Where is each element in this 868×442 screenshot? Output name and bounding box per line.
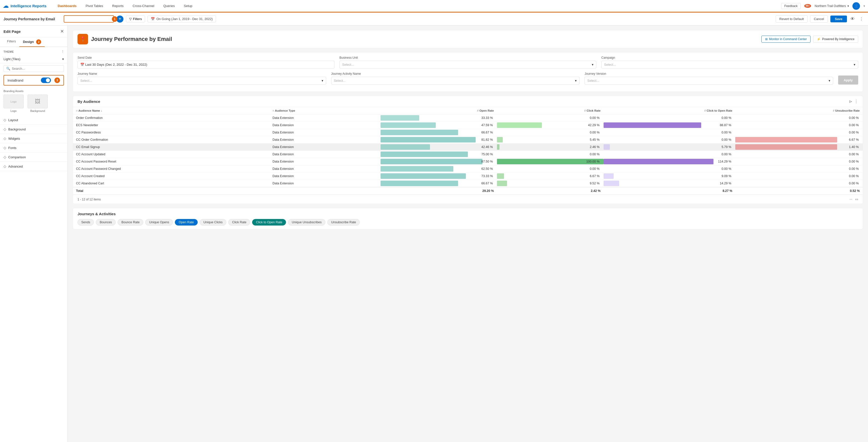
metric-pill[interactable]: Bounce Rate bbox=[118, 219, 143, 225]
cell-open-rate: 81.82 % bbox=[380, 136, 497, 144]
org-chevron: ▾ bbox=[847, 4, 849, 8]
sidebar-header: Edit Page ✕ bbox=[0, 26, 67, 37]
instabrand-toggle[interactable] bbox=[41, 77, 51, 83]
brand-logo-area: ☁ Intelligence Reports bbox=[3, 3, 53, 9]
journey-name-value: Select... bbox=[80, 79, 92, 83]
sidebar-item-advanced[interactable]: ◇ Advanced bbox=[0, 162, 67, 171]
metric-pill[interactable]: Unique Opens bbox=[145, 219, 173, 225]
notification-badge[interactable]: 99+ bbox=[804, 4, 811, 8]
business-unit-group: Business Unit Select... ▾ bbox=[339, 56, 596, 68]
settings-chevron[interactable]: ▾ bbox=[864, 4, 865, 8]
cell-unsub-rate: 6.67 % bbox=[735, 136, 863, 144]
col-audience-type: ≡ Audience Type bbox=[270, 107, 380, 115]
report-title-row: 📍 Journey Performance by Email bbox=[78, 34, 172, 44]
tab-filters[interactable]: Filters bbox=[3, 37, 19, 47]
cancel-button[interactable]: Cancel bbox=[810, 15, 828, 23]
sidebar-item-widgets[interactable]: ◇ Widgets bbox=[0, 134, 67, 143]
cell-click-rate: 6.67 % bbox=[497, 172, 603, 180]
cell-audience-type: Data Extension bbox=[270, 136, 380, 144]
feedback-button[interactable]: Feedback bbox=[781, 3, 801, 9]
step-1-indicator: 1 bbox=[112, 16, 117, 22]
sidebar-close-button[interactable]: ✕ bbox=[60, 29, 64, 34]
search-input[interactable] bbox=[12, 67, 61, 70]
list-icon: ≡ bbox=[76, 109, 78, 112]
brand-name: Intelligence Reports bbox=[10, 4, 46, 8]
nav-tab-setup[interactable]: Setup bbox=[179, 0, 197, 12]
theme-more-icon[interactable]: ⋮ bbox=[61, 50, 64, 53]
salesforce-icon: ☁ bbox=[3, 3, 8, 9]
sidebar-item-layout[interactable]: ◇ Layout bbox=[0, 116, 67, 125]
user-avatar[interactable]: 👤 bbox=[852, 2, 860, 10]
metric-pill[interactable]: Unsubscribe Rate bbox=[328, 219, 360, 225]
page-name-input[interactable] bbox=[64, 15, 114, 23]
report-main-title: Journey Performance by Email bbox=[91, 36, 172, 42]
revert-button[interactable]: Revert to Default bbox=[776, 15, 808, 23]
metric-pill[interactable]: Open Rate bbox=[175, 219, 197, 225]
send-date-input[interactable]: 📅 Last 30 Days (Dec 2, 2022 - Dec 31, 20… bbox=[78, 61, 334, 68]
background-placeholder[interactable]: 🖼 bbox=[28, 95, 48, 108]
cell-unsub-rate: 0.00 % bbox=[735, 172, 863, 180]
nav-tab-crosschannel[interactable]: Cross-Channel bbox=[128, 0, 159, 12]
nav-tab-pivot[interactable]: Pivot Tables bbox=[81, 0, 107, 12]
metric-pill[interactable]: Click to Open Rate bbox=[252, 219, 286, 225]
date-range-button[interactable]: 📅 On Going (Jan 1, 2019 - Dec 31, 2022) bbox=[148, 15, 216, 22]
sidebar-item-background[interactable]: ◇ Background bbox=[0, 125, 67, 134]
layout-icon: ◇ bbox=[3, 118, 6, 122]
audience-section-header: By Audience ⊳ ⋮ bbox=[73, 96, 863, 107]
preview-button[interactable]: 👁 bbox=[849, 15, 856, 23]
sidebar-item-comparison[interactable]: ◇ Comparison bbox=[0, 153, 67, 162]
logo-placeholder[interactable]: Logo bbox=[3, 95, 24, 108]
sidebar-item-fonts[interactable]: ◇ Fonts bbox=[0, 143, 67, 153]
col-audience-name: ≡ Audience Name ↓ bbox=[73, 107, 270, 115]
metric-pill[interactable]: Bounces bbox=[96, 219, 116, 225]
branding-assets-section: Branding Assets Logo Logo 🖼 Background bbox=[0, 87, 67, 116]
business-unit-select[interactable]: Select... ▾ bbox=[339, 61, 596, 68]
apply-button[interactable]: Apply bbox=[838, 75, 858, 85]
more-options-button[interactable]: ⋮ bbox=[858, 15, 865, 23]
cell-unsub-rate: 0.00 % bbox=[735, 180, 863, 187]
comparison-label: Comparison bbox=[8, 155, 26, 159]
prev-page-icon[interactable]: ↔ bbox=[849, 197, 853, 202]
cell-open-rate: 75.00 % bbox=[380, 151, 497, 158]
audience-section: By Audience ⊳ ⋮ ≡ Audience Name ↓ ≡ Audi… bbox=[73, 96, 863, 204]
nav-tab-reports[interactable]: Reports bbox=[107, 0, 128, 12]
theme-value: Light (Tiles) bbox=[3, 57, 20, 61]
total-click-rate: 2.42 % bbox=[497, 187, 603, 195]
logo-asset: Logo Logo bbox=[3, 95, 24, 113]
metric-pill[interactable]: Click Rate bbox=[228, 219, 250, 225]
powered-by-button[interactable]: ⚡ Powered By Intelligence bbox=[813, 36, 858, 43]
filter-funnel-icon[interactable]: ⊳ bbox=[849, 99, 852, 104]
journey-version-select[interactable]: Select... ▾ bbox=[585, 77, 833, 85]
org-selector[interactable]: Northern Trail Outfitters ▾ bbox=[814, 4, 849, 8]
cell-unsub-rate: 0.00 % bbox=[735, 122, 863, 129]
cell-audience-name: CC Abandoned Cart bbox=[73, 180, 270, 187]
add-button[interactable]: + bbox=[116, 15, 123, 23]
journey-name-select[interactable]: Select... ▾ bbox=[78, 77, 326, 85]
metric-pill[interactable]: Unique Clicks bbox=[200, 219, 226, 225]
save-button[interactable]: Save bbox=[830, 15, 847, 22]
next-page-icon[interactable]: ⇔ bbox=[855, 197, 858, 202]
monitor-button[interactable]: ⊞ Monitor in Command Center bbox=[762, 36, 811, 43]
metric-pill[interactable]: Sends bbox=[78, 219, 94, 225]
cell-click-rate: 0.00 % bbox=[497, 129, 603, 136]
nav-right: Feedback 99+ Northern Trail Outfitters ▾… bbox=[781, 2, 865, 10]
filters-button[interactable]: ▽ Filters bbox=[126, 15, 145, 22]
col-unsub-rate: # Unsubscribe Rate bbox=[735, 107, 863, 115]
business-unit-label: Business Unit bbox=[339, 56, 596, 59]
cell-audience-type: Data Extension bbox=[270, 122, 380, 129]
cell-unsub-rate: 0.00 % bbox=[735, 151, 863, 158]
campaign-select[interactable]: Select... ▾ bbox=[601, 61, 858, 68]
theme-selector[interactable]: Light (Tiles) ▾ bbox=[0, 55, 67, 63]
nav-tab-dashboards[interactable]: Dashboards bbox=[53, 0, 81, 12]
journey-version-group: Journey Version Select... ▾ bbox=[585, 72, 833, 85]
cell-audience-type: Data Extension bbox=[270, 165, 380, 172]
cell-click-rate: 9.52 % bbox=[497, 180, 603, 187]
metric-pill[interactable]: Unique Unsubscribes bbox=[288, 219, 326, 225]
tab-design[interactable]: Design 2 bbox=[19, 37, 45, 47]
cell-open-rate: 87.50 % bbox=[380, 158, 497, 165]
nav-tab-queries[interactable]: Queries bbox=[159, 0, 179, 12]
audience-more-icon[interactable]: ⋮ bbox=[854, 99, 858, 104]
cell-audience-name: CC Account Updated bbox=[73, 151, 270, 158]
cell-unsub-rate: 1.40 % bbox=[735, 144, 863, 151]
journey-activity-select[interactable]: Select... ▾ bbox=[331, 77, 580, 85]
